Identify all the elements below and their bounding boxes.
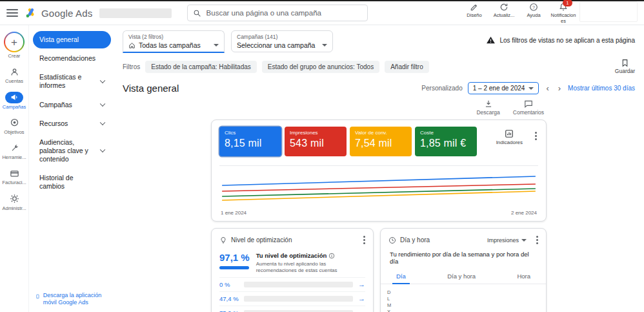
list-item[interactable]: 47,4 % →: [219, 291, 365, 306]
optimization-menu-icon[interactable]: [363, 234, 365, 245]
plus-icon[interactable]: +: [4, 32, 25, 52]
filter-bar: Filtros Estado de la campaña: Habilitada…: [123, 59, 635, 74]
tab-hora[interactable]: Hora: [513, 270, 534, 284]
metric-tile-valor-conv[interactable]: Valor de conv. 7,54 mil: [350, 127, 412, 156]
goals-icon: [10, 118, 19, 127]
design-button[interactable]: Diseño: [461, 1, 488, 19]
arrow-right-icon[interactable]: →: [358, 295, 365, 302]
next-range-button[interactable]: ›: [556, 84, 563, 92]
brand-name: Google Ads: [41, 8, 93, 19]
chevron-down-icon: [100, 78, 105, 83]
svg-text:?: ?: [532, 5, 535, 10]
list-item[interactable]: 75,9 % →: [219, 306, 365, 312]
date-range-picker[interactable]: 1 – 2 ene de 2024: [468, 82, 539, 94]
account-name-redacted: [99, 8, 172, 18]
view-dropdown[interactable]: Vista (2 filtros) Todas las campañas: [123, 30, 225, 53]
chart-settings-icon: [505, 129, 514, 138]
page-header: Vista general Personalizado 1 – 2 ene de…: [123, 82, 635, 94]
lightbulb-icon: [219, 236, 227, 244]
day-hour-menu-icon[interactable]: [536, 234, 538, 245]
metric-tile-coste[interactable]: Coste 1,85 mil €: [415, 127, 477, 156]
card-toolbar: Descarga Comentarios: [211, 98, 547, 120]
filter-chip-adgroup-status[interactable]: Estado del grupo de anuncios: Todos: [262, 61, 379, 73]
home-icon: [128, 42, 136, 49]
bookmark-icon: [621, 59, 629, 67]
optimization-account-list: 0 % → 47,4 % → 75,9 %: [212, 275, 373, 312]
metric-select-dropdown[interactable]: Impresiones: [487, 237, 527, 244]
redacted-account-label: [244, 282, 353, 287]
admin-gear-icon: [10, 194, 19, 203]
mobile-app-link[interactable]: Descarga la aplicación móvil Google Ads: [29, 292, 115, 307]
refresh-icon: [499, 3, 508, 12]
menu-icon[interactable]: [6, 9, 18, 17]
arrow-right-icon[interactable]: →: [358, 281, 365, 288]
create-button[interactable]: + Crear: [0, 32, 28, 59]
add-filter-chip[interactable]: Añadir filtro: [385, 61, 429, 73]
scorecard-menu-icon[interactable]: [534, 130, 537, 141]
rail-item-herramientas[interactable]: Herramie...: [0, 142, 28, 160]
bar-row: M: [387, 302, 537, 308]
tab-dia-y-hora[interactable]: Día y hora: [443, 270, 479, 284]
optimization-card-title: Nivel de optimización: [231, 236, 292, 244]
comment-icon: [524, 99, 533, 109]
accounts-icon: [10, 67, 19, 77]
rail-item-facturacion[interactable]: Facturaci...: [0, 167, 28, 185]
search-input[interactable]: [205, 8, 362, 17]
sidebar-nav: Vista general Recomendaciones Estadístic…: [29, 25, 115, 312]
comments-button[interactable]: Comentarios: [513, 99, 544, 116]
sidebar-item-audiencias[interactable]: Audiencias, palabras clave y contenido: [33, 134, 111, 168]
rail-item-administracion[interactable]: Administr...: [0, 193, 28, 211]
cards-column: Descarga Comentarios Clics 8,15 mil: [211, 98, 547, 312]
rail-item-campanas[interactable]: Campañas: [0, 92, 28, 110]
bar-row: D: [387, 289, 537, 295]
metric-tiles: Clics 8,15 mil Impresiones 543 mil Valor…: [219, 127, 538, 156]
x-axis-start: 1 ene 2024: [221, 210, 247, 216]
tab-dia[interactable]: Día: [392, 270, 410, 284]
save-button[interactable]: Guardar: [615, 59, 635, 74]
warning-icon: [486, 36, 496, 45]
campaign-dropdown[interactable]: Campañas (141) Seleccionar una campaña: [231, 30, 333, 52]
dropdown-caret-icon: [521, 239, 527, 242]
chevron-down-icon: [100, 147, 105, 152]
chevron-down-icon: [100, 120, 105, 125]
campaigns-icon: [10, 93, 19, 101]
sidebar-item-historial[interactable]: Historial de cambios: [33, 169, 111, 195]
download-button[interactable]: Descarga: [476, 99, 499, 116]
bar-row: X: [387, 309, 537, 312]
google-ads-app: Google Ads Diseño A: [0, 0, 644, 312]
info-icon[interactable]: [328, 253, 335, 259]
list-item[interactable]: 0 % →: [219, 277, 365, 291]
billing-icon: [10, 169, 19, 178]
x-axis-end: 2 ene 2024: [511, 210, 537, 216]
sidebar-item-recomendaciones[interactable]: Recomendaciones: [33, 50, 111, 67]
metric-tile-impresiones[interactable]: Impresiones 543 mil: [285, 127, 347, 156]
notification-badge: 1: [563, 0, 572, 6]
dropdown-caret-icon: [214, 44, 219, 47]
main-content: Vista (2 filtros) Todas las campañas Cam…: [115, 25, 644, 312]
rail-item-objetivos[interactable]: Objetivos: [0, 117, 28, 135]
day-hour-card: Día y hora Impresiones Tu rendimiento po…: [380, 228, 547, 312]
notifications-button[interactable]: 1 Notificacion es: [550, 1, 577, 24]
search-box[interactable]: [187, 5, 368, 21]
range-type-label: Personalizado: [421, 85, 462, 92]
indicators-button[interactable]: Indicadores: [496, 129, 523, 145]
help-button[interactable]: ? Ayuda: [520, 1, 547, 19]
view-selector-row: Vista (2 filtros) Todas las campañas Cam…: [123, 30, 635, 53]
sidebar-item-campanas[interactable]: Campañas: [33, 96, 111, 114]
sidebar-item-recursos[interactable]: Recursos: [33, 115, 111, 132]
sidebar-item-estadisticas[interactable]: Estadísticas e informes: [33, 68, 111, 94]
prev-range-button[interactable]: ‹: [544, 84, 550, 92]
optimization-score-block: 97,1 %: [219, 252, 250, 275]
x-axis: 1 ene 2024 2 ene 2024: [219, 209, 538, 216]
arrow-right-icon[interactable]: →: [358, 309, 365, 312]
rail-item-cuentas[interactable]: Cuentas: [0, 66, 28, 84]
refresh-button[interactable]: Actualiz...: [490, 1, 518, 19]
show-last-30-days-link[interactable]: Mostrar últimos 30 días: [568, 85, 635, 92]
metric-tile-clics[interactable]: Clics 8,15 mil: [219, 127, 281, 156]
sidebar-item-vista-general[interactable]: Vista general: [33, 31, 111, 48]
phone-icon: [35, 292, 40, 301]
help-icon: ?: [529, 3, 538, 12]
overview-scorecard: Clics 8,15 mil Impresiones 543 mil Valor…: [211, 120, 547, 222]
account-area-redacted[interactable]: [579, 1, 638, 22]
filter-chip-campaign-status[interactable]: Estado de la campaña: Habilitadas: [145, 61, 257, 73]
